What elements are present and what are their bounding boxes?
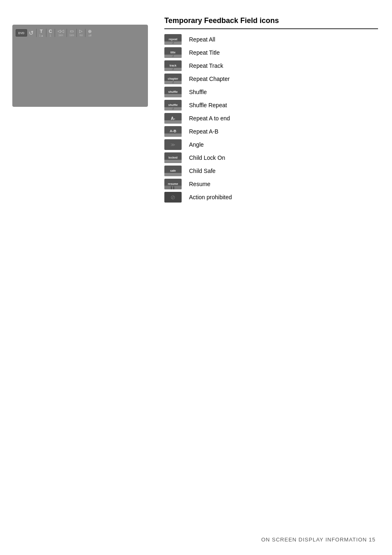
repeat-chapter-label: Repeat Chapter (189, 76, 230, 82)
page-number: ON SCREEN DISPLAY INFORMATION 15 (261, 537, 376, 543)
list-item: track ↺ Repeat Track (164, 60, 378, 71)
shuffle-label: Shuffle (189, 89, 207, 95)
child-lock-icon: locked (164, 152, 182, 163)
dvd-player-display: DVD ↺ T 1▲ C 1 ◁◁ 1en ▭ 1en ▷ (12, 25, 148, 107)
list-item: repeat ↺ Repeat All (164, 34, 378, 45)
list-item: safe Child Safe (164, 166, 378, 176)
audio-display-icon: ◁◁ 1en (58, 29, 64, 37)
repeat-track-icon: track ↺ (164, 60, 182, 71)
list-item: chapter ↺ Repeat Chapter (164, 74, 378, 84)
divider (36, 29, 37, 37)
resume-icon: resume ▌ ▌ (164, 179, 182, 189)
right-panel: Temporary Feedback Field icons repeat ↺ … (164, 16, 378, 203)
section-title: Temporary Feedback Field icons (164, 16, 378, 25)
divider5 (76, 29, 77, 37)
section-title-container: Temporary Feedback Field icons (164, 16, 378, 29)
chapter-display-icon: C 1 (49, 29, 52, 37)
repeat-track-label: Repeat Track (189, 62, 223, 69)
list-item: resume ▌ ▌ Resume (164, 179, 378, 189)
subtitle-display-icon: ▭ 1en (69, 29, 74, 37)
divider6 (85, 29, 85, 37)
list-item: Angle (164, 139, 378, 150)
divider3 (55, 29, 55, 37)
divider2 (46, 29, 46, 37)
list-item: A-B Repeat A-B (164, 126, 378, 137)
action-prohibited-icon (164, 192, 182, 203)
repeat-ab-icon: A-B (164, 126, 182, 137)
repeat-title-label: Repeat Title (189, 49, 220, 56)
list-item: A- Repeat A to end (164, 113, 378, 124)
repeat-a-end-icon: A- (164, 113, 182, 124)
divider4 (67, 29, 67, 37)
angle-icon (164, 139, 182, 150)
repeat-all-label: Repeat All (189, 36, 215, 43)
shuffle-repeat-label: Shuffle Repeat (189, 102, 227, 108)
shuffle-repeat-icon: shuffle ↺ (164, 100, 182, 111)
dvd-logo: DVD (16, 29, 27, 37)
shuffle-icon: shuffle (164, 87, 182, 97)
resume-label: Resume (189, 181, 210, 187)
repeat-ab-label: Repeat A-B (189, 128, 219, 135)
repeat-chapter-icon: chapter ↺ (164, 74, 182, 84)
page-footer: ON SCREEN DISPLAY INFORMATION 15 (261, 537, 376, 543)
list-item: Action prohibited (164, 192, 378, 203)
zoom-display-icon: ⊕ off (88, 29, 92, 37)
child-lock-label: Child Lock On (189, 154, 225, 161)
repeat-all-icon: repeat ↺ (164, 34, 182, 45)
list-item: shuffle ↺ Shuffle Repeat (164, 100, 378, 111)
list-item: title ↺ Repeat Title (164, 47, 378, 58)
action-prohibited-label: Action prohibited (189, 194, 232, 200)
list-item: locked Child Lock On (164, 152, 378, 163)
display-bar: DVD ↺ T 1▲ C 1 ◁◁ 1en ▭ 1en ▷ (16, 29, 145, 37)
angle-label: Angle (189, 141, 204, 148)
repeat-display-icon: ↺ (29, 30, 34, 36)
angle-display-icon: ▷ no (79, 29, 83, 37)
repeat-a-end-label: Repeat A to end (189, 115, 230, 122)
child-safe-icon: safe (164, 166, 182, 176)
icon-list: repeat ↺ Repeat All title ↺ Repeat Title… (164, 34, 378, 203)
child-safe-label: Child Safe (189, 168, 216, 174)
list-item: shuffle Shuffle (164, 87, 378, 97)
repeat-title-icon: title ↺ (164, 47, 182, 58)
title-display-icon: T 1▲ (39, 29, 44, 37)
